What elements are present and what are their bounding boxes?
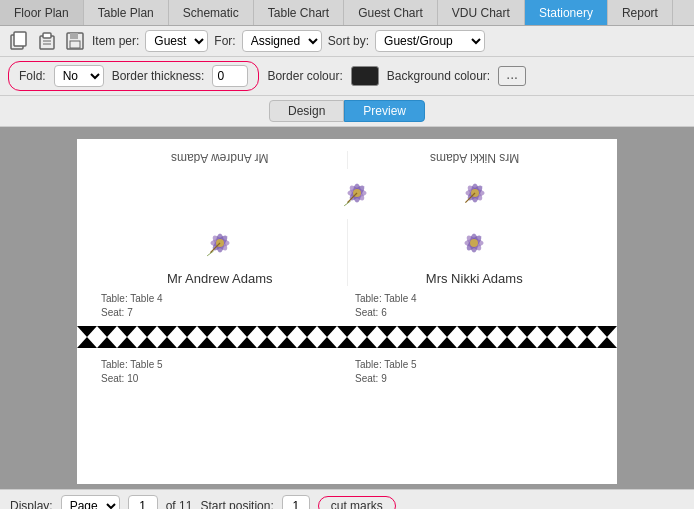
tab-table-chart[interactable]: Table Chart <box>254 0 344 25</box>
cut-line <box>77 326 617 348</box>
floral-left <box>196 219 244 267</box>
toolbar-row2: Fold: No Border thickness: Border colour… <box>0 57 694 96</box>
status-bar: Display: Page of 11 Start position: cut … <box>0 489 694 509</box>
tab-vdu-chart[interactable]: VDU Chart <box>438 0 525 25</box>
guest-name-inverted-right: Mrs Nikki Adams <box>430 151 519 165</box>
page-number-input[interactable] <box>128 495 158 510</box>
toolbar-row1: Item per: Guest For: Assigned Sort by: G… <box>0 26 694 57</box>
save-icon[interactable] <box>64 30 86 52</box>
preview-button[interactable]: Preview <box>344 100 425 122</box>
display-select[interactable]: Page <box>61 495 120 510</box>
guest-name-right: Mrs Nikki Adams <box>426 271 523 286</box>
border-colour-label: Border colour: <box>267 69 342 83</box>
sort-by-select[interactable]: Guest/Group <box>375 30 485 52</box>
tab-bar: Floor Plan Table Plan Schematic Table Ch… <box>0 0 694 26</box>
background-colour-swatch[interactable]: ··· <box>498 66 526 86</box>
start-position-input[interactable] <box>282 495 310 510</box>
guest-table-bottom-left: Table: Table 5 Seat: 10 <box>101 358 339 386</box>
tab-table-plan[interactable]: Table Plan <box>84 0 169 25</box>
svg-rect-36 <box>77 326 617 348</box>
svg-rect-1 <box>14 32 26 46</box>
tab-report[interactable]: Report <box>608 0 673 25</box>
svg-rect-7 <box>70 33 78 39</box>
item-per-select[interactable]: Guest <box>145 30 208 52</box>
sort-by-label: Sort by: <box>328 34 369 48</box>
guest-name-left: Mr Andrew Adams <box>167 271 273 286</box>
guest-table-bottom-right: Table: Table 5 Seat: 9 <box>355 358 593 386</box>
tab-stationery[interactable]: Stationery <box>525 0 608 25</box>
tab-floor-plan[interactable]: Floor Plan <box>0 0 84 25</box>
for-select[interactable]: Assigned <box>242 30 322 52</box>
paper: Mr Andrew Adams Mrs Nikki Adams <box>77 139 617 484</box>
floral-center-top <box>333 169 381 217</box>
floral-center-mid <box>450 219 498 267</box>
cut-marks-button[interactable]: cut marks <box>318 496 396 510</box>
background-colour-label: Background colour: <box>387 69 490 83</box>
fold-select[interactable]: No <box>54 65 104 87</box>
paste-icon[interactable] <box>36 30 58 52</box>
svg-line-28 <box>207 251 213 256</box>
guest-name-inverted-left: Mr Andrew Adams <box>171 151 268 165</box>
border-thickness-label: Border thickness: <box>112 69 205 83</box>
guest-table-right: Table: Table 4 Seat: 6 <box>355 292 593 320</box>
floral-right-top <box>451 169 499 217</box>
tab-guest-chart[interactable]: Guest Chart <box>344 0 438 25</box>
fold-section: Fold: No Border thickness: <box>8 61 259 91</box>
item-per-label: Item per: <box>92 34 139 48</box>
for-label: For: <box>214 34 235 48</box>
fold-label: Fold: <box>19 69 46 83</box>
border-colour-swatch[interactable] <box>351 66 379 86</box>
svg-rect-3 <box>43 33 51 38</box>
page-of-label: of 11 <box>166 499 193 510</box>
display-label: Display: <box>10 499 53 510</box>
guest-table-left: Table: Table 4 Seat: 7 <box>101 292 339 320</box>
copy-icon[interactable] <box>8 30 30 52</box>
design-preview-bar: Design Preview <box>0 96 694 127</box>
tab-schematic[interactable]: Schematic <box>169 0 254 25</box>
svg-rect-8 <box>70 41 80 48</box>
svg-line-15 <box>344 201 350 206</box>
border-thickness-input[interactable] <box>212 65 248 87</box>
main-area: Mr Andrew Adams Mrs Nikki Adams <box>0 127 694 489</box>
start-position-label: Start position: <box>200 499 273 510</box>
svg-point-33 <box>470 239 478 247</box>
design-button[interactable]: Design <box>269 100 344 122</box>
